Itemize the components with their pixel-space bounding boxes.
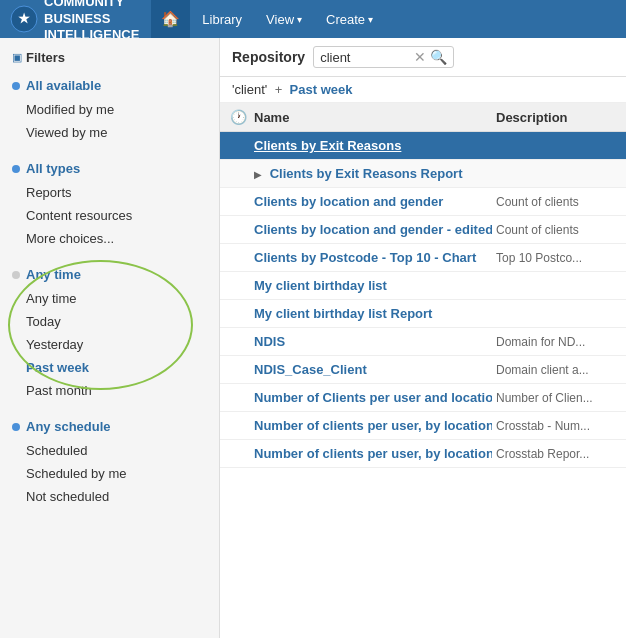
create-dropdown-arrow: ▾ (368, 14, 373, 25)
logo-icon: ★ (10, 5, 38, 33)
row-label: Number of Clients per user and location … (254, 390, 492, 405)
filter-section-schedule: Any schedule Scheduled Scheduled by me N… (0, 414, 219, 508)
row-label: NDIS (254, 334, 285, 349)
row-label: My client birthday list (254, 278, 387, 293)
row-desc: Count of clients (496, 223, 616, 237)
filter-viewed-by-me[interactable]: Viewed by me (0, 121, 219, 144)
search-input[interactable] (320, 50, 410, 65)
row-name: NDIS_Case_Client (254, 362, 492, 377)
row-name: Number of clients per user, by location … (254, 446, 492, 461)
row-label: Clients by Postcode - Top 10 - Chart (254, 250, 476, 265)
row-desc: Domain client a... (496, 363, 616, 377)
filter-any-time[interactable]: Any time (0, 262, 219, 287)
row-name: NDIS (254, 334, 492, 349)
top-navigation: ★ COMMUNITY BUSINESS INTELLIGENCE 🏠 Libr… (0, 0, 626, 38)
table-row[interactable]: Clients by location and gender Count of … (220, 188, 626, 216)
row-label: NDIS_Case_Client (254, 362, 367, 377)
svg-text:★: ★ (18, 11, 30, 26)
row-name: Number of clients per user, by location (254, 418, 492, 433)
filters-title: Filters (26, 50, 65, 65)
table-row[interactable]: NDIS_Case_Client Domain client a... (220, 356, 626, 384)
filter-modified-by-me[interactable]: Modified by me (0, 98, 219, 121)
filter-any-schedule[interactable]: Any schedule (0, 414, 219, 439)
breadcrumb-tag: 'client' (232, 82, 267, 97)
filter-time-label: Any time (26, 267, 81, 282)
filter-scheduled[interactable]: Scheduled (0, 439, 219, 462)
filter-reports[interactable]: Reports (0, 181, 219, 204)
row-desc: Crosstab Repor... (496, 447, 616, 461)
row-name: My client birthday list (254, 278, 492, 293)
row-name: My client birthday list Report (254, 306, 492, 321)
filter-all-types[interactable]: All types (0, 156, 219, 181)
repository-header: Repository ✕ 🔍 (220, 38, 626, 77)
row-name: Clients by location and gender - edited (254, 222, 492, 237)
row-label: Clients by Exit Reasons Report (270, 166, 463, 181)
table-row[interactable]: Clients by Postcode - Top 10 - Chart Top… (220, 244, 626, 272)
filter-available-label: All available (26, 78, 101, 93)
expand-arrow-icon: ▶ (254, 169, 262, 180)
filter-types-label: All types (26, 161, 80, 176)
filter-not-scheduled[interactable]: Not scheduled (0, 485, 219, 508)
row-desc: Top 10 Postco... (496, 251, 616, 265)
row-label: Clients by location and gender - edited (254, 222, 492, 237)
table-row[interactable]: Number of Clients per user and location … (220, 384, 626, 412)
row-label: Number of clients per user, by location (254, 418, 492, 433)
table-row[interactable]: Clients by location and gender - edited … (220, 216, 626, 244)
bullet-icon (12, 271, 20, 279)
filter-all-available[interactable]: All available (0, 73, 219, 98)
clock-icon: 🕐 (230, 109, 250, 125)
filter-past-week[interactable]: Past week (0, 356, 219, 379)
main-content: Repository ✕ 🔍 'client' + Past week 🕐 Na… (220, 38, 626, 638)
row-desc: Count of clients (496, 195, 616, 209)
repository-title: Repository (232, 49, 305, 65)
filter-past-month[interactable]: Past month (0, 379, 219, 402)
filter-more-choices[interactable]: More choices... (0, 227, 219, 250)
results-table: 🕐 Name Description Clients by Exit Reaso… (220, 103, 626, 638)
view-nav[interactable]: View ▾ (254, 0, 314, 38)
table-header: 🕐 Name Description (220, 103, 626, 132)
filter-section-types: All types Reports Content resources More… (0, 156, 219, 250)
col-desc-header: Description (496, 110, 616, 125)
bullet-icon (12, 82, 20, 90)
filter-collapse-icon[interactable]: ▣ (12, 51, 22, 64)
breadcrumb-active: Past week (290, 82, 353, 97)
sidebar: ▣ Filters All available Modified by me V… (0, 38, 220, 638)
row-label: My client birthday list Report (254, 306, 432, 321)
row-link[interactable]: Clients by Exit Reasons (254, 138, 401, 153)
row-desc: Crosstab - Num... (496, 419, 616, 433)
filter-yesterday[interactable]: Yesterday (0, 333, 219, 356)
row-desc: Domain for ND... (496, 335, 616, 349)
row-name: Clients by Postcode - Top 10 - Chart (254, 250, 492, 265)
search-box: ✕ 🔍 (313, 46, 454, 68)
filter-schedule-label: Any schedule (26, 419, 111, 434)
bullet-icon (12, 423, 20, 431)
row-label: Number of clients per user, by location … (254, 446, 492, 461)
filter-section-availability: All available Modified by me Viewed by m… (0, 73, 219, 144)
row-name: Number of Clients per user and location … (254, 390, 492, 405)
breadcrumb-plus: + (275, 82, 283, 97)
table-row[interactable]: ▶ Clients by Exit Reasons Report (220, 160, 626, 188)
table-row[interactable]: Clients by Exit Reasons (220, 132, 626, 160)
library-nav[interactable]: Library (190, 0, 254, 38)
search-icon[interactable]: 🔍 (430, 49, 447, 65)
filter-any-time-sub[interactable]: Any time (0, 287, 219, 310)
filter-scheduled-by-me[interactable]: Scheduled by me (0, 462, 219, 485)
table-row[interactable]: Number of clients per user, by location … (220, 412, 626, 440)
filter-section-time: Any time Any time Today Yesterday Past w… (0, 262, 219, 402)
filter-content-resources[interactable]: Content resources (0, 204, 219, 227)
table-row[interactable]: My client birthday list Report (220, 300, 626, 328)
create-nav[interactable]: Create ▾ (314, 0, 385, 38)
row-name: ▶ Clients by Exit Reasons Report (254, 166, 492, 181)
col-name-header: Name (254, 110, 492, 125)
table-row[interactable]: NDIS Domain for ND... (220, 328, 626, 356)
home-button[interactable]: 🏠 (151, 0, 190, 38)
table-row[interactable]: Number of clients per user, by location … (220, 440, 626, 468)
filter-today[interactable]: Today (0, 310, 219, 333)
clear-search-button[interactable]: ✕ (414, 49, 426, 65)
table-row[interactable]: My client birthday list (220, 272, 626, 300)
breadcrumb: 'client' + Past week (220, 77, 626, 103)
view-dropdown-arrow: ▾ (297, 14, 302, 25)
main-layout: ▣ Filters All available Modified by me V… (0, 38, 626, 638)
row-name: Clients by Exit Reasons (254, 138, 492, 153)
filters-header: ▣ Filters (0, 46, 219, 73)
